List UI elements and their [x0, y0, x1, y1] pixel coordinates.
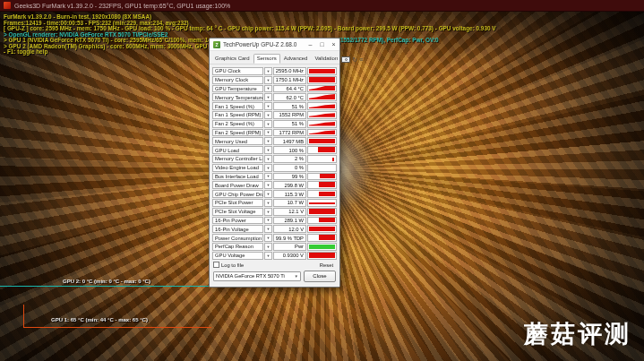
sensor-row: GPU Voltage▼0.9300 V [212, 252, 337, 260]
chevron-down-icon[interactable]: ▼ [264, 120, 272, 128]
sensor-value: 62.0 °C [273, 93, 306, 101]
log-to-file-checkbox[interactable] [213, 262, 219, 268]
gpuz-tab-bar: Graphics CardSensorsAdvancedValidation ↻… [210, 51, 339, 64]
furmark-icon [4, 2, 11, 9]
sensor-graph [307, 181, 337, 189]
minimize-icon[interactable]: – [305, 39, 316, 50]
sensor-value: Pwr [273, 243, 306, 251]
sensor-value: 100 % [273, 146, 306, 154]
sensor-graph [307, 199, 337, 207]
gpu2-temp-line [0, 286, 212, 287]
sensor-graph [307, 76, 337, 84]
chevron-down-icon[interactable]: ▼ [264, 137, 272, 145]
sensor-value: 1552 RPM [273, 111, 306, 119]
chevron-down-icon[interactable]: ▼ [264, 111, 272, 119]
sensor-graph [307, 111, 337, 119]
sensor-value: 0 % [273, 164, 306, 172]
refresh-icon[interactable]: ↻ [352, 56, 357, 63]
camera-icon[interactable] [341, 56, 350, 63]
chevron-down-icon[interactable]: ▼ [264, 155, 272, 163]
sensor-label: GPU Chip Power Draw [212, 190, 263, 198]
sensor-value: 64.4 °C [273, 85, 306, 93]
watermark-text: 蘑菇评测 [524, 318, 631, 350]
gpu-select-value: NVIDIA GeForce RTX 5070 Ti [216, 273, 285, 279]
sensor-label: Fan 2 Speed (RPM) [212, 129, 263, 137]
sensor-graph [307, 173, 337, 181]
chevron-down-icon[interactable]: ▼ [264, 93, 272, 101]
sensor-graph [307, 85, 337, 93]
tab-validation[interactable]: Validation [311, 54, 341, 64]
sensor-label: PerfCap Reason [212, 243, 263, 251]
gpu1-temp-line-rise [23, 305, 24, 328]
sensor-label: PCIe Slot Voltage [212, 208, 263, 216]
chevron-down-icon[interactable]: ▼ [264, 173, 272, 181]
sensor-value: 2 % [273, 155, 306, 163]
tab-graphics-card[interactable]: Graphics Card [211, 54, 253, 64]
sensor-label: GPU Temperature [212, 85, 263, 93]
sensor-row: PCIe Slot Voltage▼12.1 V [212, 208, 337, 216]
furmark-titlebar: Geeks3D FurMark v1.39.2.0 - 232FPS, GPU1… [0, 0, 644, 12]
sensor-graph [307, 164, 337, 172]
sensor-row: GPU Temperature▼64.4 °C [212, 85, 337, 93]
sensor-label: Fan 1 Speed (RPM) [212, 111, 263, 119]
sensor-row: GPU Clock▼2595.0 MHz [212, 67, 337, 75]
sensor-graph [307, 120, 337, 128]
chevron-down-icon[interactable]: ▼ [264, 85, 272, 93]
sensor-value: 115.3 W [273, 190, 306, 198]
chevron-down-icon[interactable]: ▼ [264, 208, 272, 216]
tab-advanced[interactable]: Advanced [280, 54, 312, 64]
sensor-row: Bus Interface Load▼99 % [212, 173, 337, 181]
sensor-row: Memory Controller Load▼2 % [212, 155, 337, 163]
sensor-row: Fan 2 Speed (RPM)▼1772 RPM [212, 129, 337, 137]
sensor-graph [307, 234, 337, 242]
chevron-down-icon: ▼ [295, 274, 298, 279]
sensor-value: 12.0 V [273, 225, 306, 233]
sensor-graph [307, 225, 337, 233]
sensor-value: 299.8 W [273, 181, 306, 189]
sensor-label: Video Engine Load [212, 164, 263, 172]
menu-icon[interactable]: ≡ [359, 56, 363, 63]
chevron-down-icon[interactable]: ▼ [264, 234, 272, 242]
sensor-row: Power Consumption (%)▼99.9 % TDP [212, 234, 337, 242]
maximize-icon[interactable]: □ [316, 39, 328, 50]
gpuz-window-title: TechPowerUp GPU-Z 2.68.0 [223, 41, 305, 47]
chevron-down-icon[interactable]: ▼ [264, 102, 272, 110]
reset-button[interactable]: Reset [317, 262, 336, 269]
sensor-row: 16-Pin Power▼289.1 W [212, 217, 337, 225]
sensor-row: Memory Temperature▼62.0 °C [212, 93, 337, 101]
gpuz-toolbar: ↻ ≡ [341, 56, 363, 64]
chevron-down-icon[interactable]: ▼ [264, 129, 272, 137]
sensor-graph [307, 67, 337, 75]
sensor-value: 1772 RPM [273, 129, 306, 137]
close-icon[interactable]: × [328, 39, 339, 50]
sensor-label: Memory Temperature [212, 93, 263, 101]
chevron-down-icon[interactable]: ▼ [264, 76, 272, 84]
tab-sensors[interactable]: Sensors [253, 54, 280, 64]
sensor-label: PCIe Slot Power [212, 199, 263, 207]
chevron-down-icon[interactable]: ▼ [264, 225, 272, 233]
sensor-value: 51 % [273, 102, 306, 110]
gpu-select-dropdown[interactable]: NVIDIA GeForce RTX 5070 Ti ▼ [213, 271, 301, 281]
sensor-row: Fan 2 Speed (%)▼51 % [212, 120, 337, 128]
furmark-app-window: Geeks3D FurMark v1.39.2.0 - 232FPS, GPU1… [0, 0, 644, 361]
sensor-label: Fan 2 Speed (%) [212, 120, 263, 128]
sensor-value: 99 % [273, 173, 306, 181]
chevron-down-icon[interactable]: ▼ [264, 243, 272, 251]
chevron-down-icon[interactable]: ▼ [264, 67, 272, 75]
chevron-down-icon[interactable]: ▼ [264, 252, 272, 260]
sensor-row: Video Engine Load▼0 % [212, 164, 337, 172]
chevron-down-icon[interactable]: ▼ [264, 146, 272, 154]
sensor-row: PCIe Slot Power▼10.7 W [212, 199, 337, 207]
chevron-down-icon[interactable]: ▼ [264, 217, 272, 225]
log-to-file-label: Log to file [221, 262, 244, 268]
sensor-graph [307, 137, 337, 145]
sensor-list: GPU Clock▼2595.0 MHzMemory Clock▼1750.1 … [212, 67, 337, 260]
close-button[interactable]: Close [304, 271, 336, 282]
chevron-down-icon[interactable]: ▼ [264, 190, 272, 198]
sensor-label: Power Consumption (%) [212, 234, 263, 242]
chevron-down-icon[interactable]: ▼ [264, 199, 272, 207]
sensor-graph [307, 129, 337, 137]
chevron-down-icon[interactable]: ▼ [264, 181, 272, 189]
sensor-row: Board Power Draw▼299.8 W [212, 181, 337, 189]
chevron-down-icon[interactable]: ▼ [264, 164, 272, 172]
